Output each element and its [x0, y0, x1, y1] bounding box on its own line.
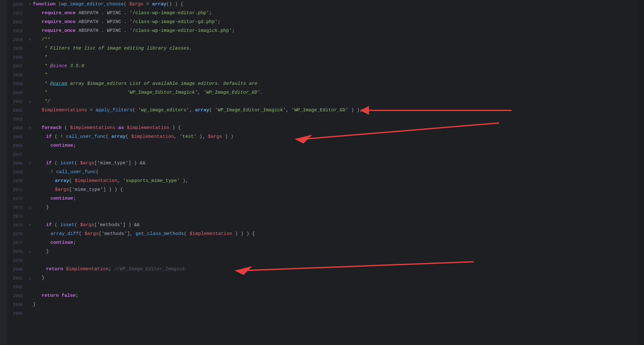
token: continue: [50, 143, 73, 148]
token: ['methods'],: [99, 231, 136, 237]
line-content: * 'WP_Image_Editor_Imagick', 'WP_Image_E…: [33, 88, 263, 97]
token: ;: [108, 266, 114, 272]
fold-icon[interactable]: △: [27, 276, 33, 280]
table-row: 2982: [7, 283, 640, 291]
token: $implementation: [66, 266, 108, 272]
table-row: 2969! call_user_func(: [7, 168, 640, 177]
token: }: [46, 205, 49, 210]
table-row: 2981△}: [7, 274, 640, 283]
fold-icon[interactable]: ▽: [27, 223, 33, 227]
table-row: 2965if ( ! call_user_func( array( $imple…: [7, 132, 640, 141]
token: require_once: [42, 10, 76, 16]
fold-icon[interactable]: ▽: [27, 3, 33, 6]
token: (: [209, 108, 215, 113]
line-content: /**: [33, 35, 50, 44]
table-row: 2957 * @since 3.5.0: [7, 62, 640, 71]
token: ['methods'] ) &&: [94, 222, 140, 228]
token: continue: [50, 240, 73, 245]
line-number: 2975: [7, 223, 27, 228]
token: |wp_image_editor_choose: [58, 2, 124, 7]
line-number: 2953: [7, 29, 27, 33]
line-number: 2958: [7, 73, 27, 78]
line-number: 2970: [7, 179, 27, 184]
token: ),: [196, 134, 208, 139]
table-row: 2980return $implementation; //WP_Image_E…: [7, 265, 640, 274]
fold-icon[interactable]: ▽: [27, 126, 33, 130]
line-content: *: [33, 71, 47, 79]
token: (: [132, 108, 138, 113]
table-row: 2970array( $implementation, 'supports_mi…: [7, 177, 640, 185]
line-number: 2984: [7, 302, 27, 307]
line-number: 2974: [7, 214, 27, 219]
token: (: [52, 222, 60, 228]
table-row: 2962$implementations = apply_filters( 'w…: [7, 106, 640, 115]
token: ['mime_type'] ) &&: [94, 161, 145, 166]
token: ['mime_type'] ) ) {: [69, 187, 123, 192]
table-row: 2964▽foreach ( $implementations as $impl…: [7, 124, 640, 132]
line-content: * @since 3.5.0: [33, 62, 84, 71]
token: =: [87, 108, 96, 113]
line-content: return false;: [33, 291, 79, 300]
token: ABSPATH . WPINC .: [76, 10, 130, 16]
line-content: if ( isset( $args['mime_type'] ) &&: [33, 159, 145, 168]
token: array_diff: [50, 231, 79, 237]
token: [63, 266, 66, 272]
line-content: ! call_user_func(: [33, 168, 99, 177]
token: () ) {: [166, 2, 183, 7]
token: }: [33, 302, 36, 307]
token: (: [126, 134, 131, 139]
token: ,: [174, 134, 179, 139]
token: (: [52, 161, 60, 166]
token: $args: [129, 2, 143, 7]
token: @param: [50, 81, 67, 86]
table-row: 2961△ */: [7, 97, 640, 106]
fold-icon[interactable]: △: [27, 250, 33, 254]
token: (: [69, 178, 75, 184]
scrollbar[interactable]: [640, 0, 644, 345]
token: *: [42, 63, 50, 69]
token: @since: [50, 63, 67, 69]
line-number: 2959: [7, 82, 27, 86]
token: }: [42, 275, 44, 281]
fold-icon[interactable]: ▽: [27, 38, 33, 42]
line-number: 2981: [7, 276, 27, 281]
token: (: [106, 134, 111, 139]
structure-sidebar: [0, 0, 7, 345]
line-content: foreach ( $implementations as $implement…: [33, 124, 181, 132]
token: 'WP_Image_Editor_GD': [291, 108, 348, 113]
token: ) ) ) {: [232, 231, 255, 237]
token: '/class-wp-image-editor.php': [130, 10, 209, 16]
line-number: 2960: [7, 91, 27, 95]
line-number: 2972: [7, 196, 27, 201]
token: array: [55, 178, 69, 184]
token: 3.5.0: [67, 63, 84, 69]
line-number: 2962: [7, 108, 27, 113]
fold-icon[interactable]: △: [27, 206, 33, 209]
fold-icon[interactable]: △: [27, 100, 33, 103]
table-row: 2985: [7, 309, 640, 318]
token: * 'WP_Image_Editor_Imagick', 'WP_Image_E…: [42, 90, 263, 95]
table-row: 2960 * 'WP_Image_Editor_Imagick', 'WP_Im…: [7, 88, 640, 97]
token: ,: [189, 108, 195, 113]
editor-container: 2950▽function |wp_image_editor_choose( $…: [0, 0, 644, 345]
line-number: 2954: [7, 38, 27, 42]
token: array: [152, 2, 166, 7]
table-row: 2954▽/**: [7, 35, 640, 44]
token: 'supports_mime_type': [123, 178, 180, 184]
token: array: [195, 108, 209, 113]
line-content: }: [33, 300, 36, 309]
token: (: [96, 169, 99, 175]
token: ;: [209, 10, 212, 16]
line-number: 2963: [7, 117, 27, 122]
token: ,: [117, 178, 123, 184]
token: function: [33, 2, 56, 7]
lines-wrapper: 2950▽function |wp_image_editor_choose( $…: [7, 0, 640, 345]
token: /**: [42, 37, 50, 42]
line-number: 2952: [7, 20, 27, 25]
token: =: [143, 2, 152, 7]
token: ;: [218, 19, 220, 25]
fold-icon[interactable]: ▽: [27, 161, 33, 165]
token: $implementations: [70, 125, 115, 131]
token: isset: [60, 161, 74, 166]
table-row: 2956 *: [7, 53, 640, 62]
